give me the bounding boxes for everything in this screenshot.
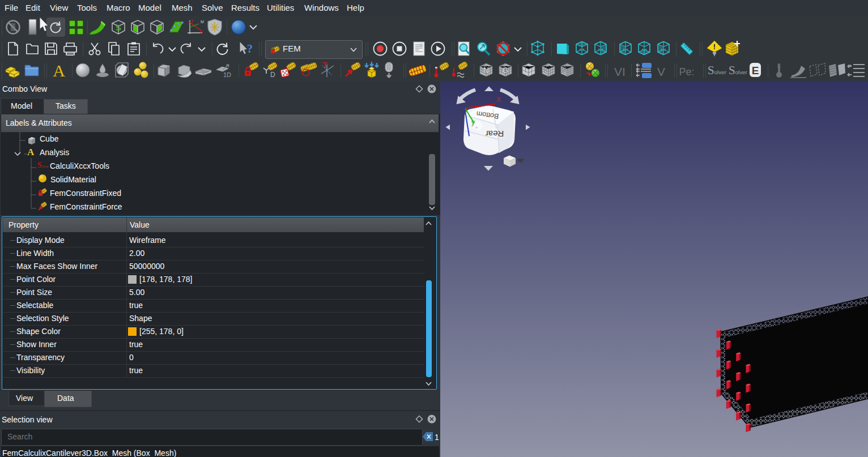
- svg-text:S: S: [116, 23, 121, 32]
- svg-text:?: ?: [247, 42, 253, 55]
- svg-text:B: B: [200, 30, 203, 34]
- svg-text:V: V: [657, 65, 665, 78]
- svg-text:S: S: [729, 63, 735, 77]
- svg-text:G: G: [503, 66, 509, 75]
- svg-text:VI: VI: [614, 65, 626, 78]
- svg-text:olver: olver: [714, 69, 727, 75]
- svg-text:olver: olver: [735, 69, 748, 75]
- svg-text:N: N: [483, 66, 489, 75]
- svg-text:S: S: [37, 161, 42, 169]
- svg-text:Pe:: Pe:: [679, 66, 694, 78]
- svg-text:E: E: [752, 65, 759, 76]
- svg-text:olver: olver: [42, 165, 48, 168]
- svg-text:S: S: [708, 63, 714, 77]
- svg-text:+: +: [475, 125, 478, 131]
- svg-text:Rear: Rear: [486, 129, 504, 139]
- svg-text:X: X: [496, 96, 501, 104]
- svg-text:T: T: [191, 19, 194, 23]
- svg-text:1D: 1D: [223, 71, 231, 78]
- svg-text:A: A: [53, 61, 65, 79]
- svg-text:!: !: [713, 42, 716, 51]
- svg-text:D: D: [270, 71, 275, 79]
- svg-text:M: M: [201, 20, 204, 24]
